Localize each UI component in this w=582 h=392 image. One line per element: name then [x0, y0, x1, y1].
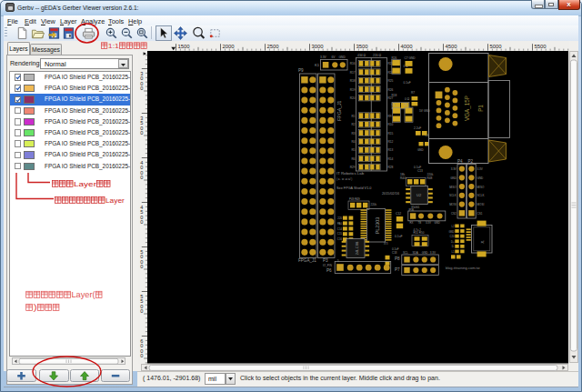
svg-text:R5: R5	[351, 148, 355, 152]
svg-text:C6: C6	[404, 103, 407, 106]
svg-text:3.3V: 3.3V	[477, 167, 483, 171]
svg-text:See FPGA Shield V1.0: See FPGA Shield V1.0	[336, 186, 371, 190]
svg-text:4000: 4000	[401, 44, 414, 49]
svg-text:R12: R12	[388, 140, 394, 144]
svg-text:MOSI: MOSI	[449, 203, 457, 206]
svg-text:R17: R17	[350, 71, 356, 75]
svg-text:0: 0	[140, 175, 143, 180]
svg-text:IT Robotics Lab: IT Robotics Lab	[336, 171, 365, 176]
svg-text:K1: K1	[315, 63, 320, 67]
svg-text:GND: GND	[449, 230, 455, 234]
svg-text:GND: GND	[339, 55, 346, 59]
svg-text:220: 220	[337, 216, 342, 220]
svg-text:FPGA_J1: FPGA_J1	[336, 100, 342, 121]
svg-text:3.3V: 3.3V	[320, 55, 327, 59]
svg-text:2000: 2000	[223, 44, 236, 49]
svg-text:PL2303: PL2303	[375, 217, 380, 235]
svg-text:0 Ω: 0 Ω	[405, 97, 410, 101]
svg-text:R7: R7	[411, 91, 415, 95]
svg-text:5000: 5000	[490, 44, 503, 49]
svg-text:CS1: CS1	[477, 212, 483, 216]
svg-text:C15: C15	[337, 232, 343, 236]
svg-text:R2: R2	[351, 123, 355, 126]
svg-text:R27: R27	[388, 96, 394, 100]
svg-text:C13: C13	[417, 169, 423, 173]
svg-text:P2: P2	[468, 159, 474, 164]
svg-text:24LC08: 24LC08	[355, 241, 359, 255]
svg-text:C14: C14	[337, 227, 343, 231]
svg-text:0.1uF: 0.1uF	[404, 81, 411, 85]
svg-text:R10: R10	[388, 123, 394, 126]
svg-text:PA0: PA0	[337, 222, 343, 226]
svg-text:R18: R18	[392, 94, 397, 97]
svg-text:MISO: MISO	[477, 186, 485, 189]
svg-text:434 Ω: 434 Ω	[357, 54, 366, 57]
svg-text:3000: 3000	[312, 44, 325, 49]
svg-text:L2: L2	[452, 225, 455, 228]
svg-text:R48: R48	[427, 176, 433, 180]
svg-text:0: 0	[140, 130, 143, 136]
svg-text:C5: C5	[392, 103, 396, 106]
svg-text:P9: P9	[298, 68, 304, 73]
svg-text:0: 0	[140, 264, 143, 269]
svg-text:R18: R18	[350, 79, 356, 83]
svg-text:R26: R26	[388, 88, 394, 92]
svg-text:R15: R15	[388, 132, 394, 136]
svg-text:R16: R16	[350, 62, 356, 65]
svg-text:D+: D+	[451, 240, 455, 244]
svg-text:R4: R4	[351, 140, 355, 144]
svg-text:MISO: MISO	[449, 186, 457, 189]
svg-text:R14: R14	[388, 157, 394, 161]
svg-text:GND: GND	[450, 176, 457, 180]
svg-text:P7: P7	[395, 267, 400, 272]
svg-text:SCLK: SCLK	[477, 194, 485, 197]
svg-text:220k: 220k	[371, 203, 377, 206]
svg-text:R51 R50: R51 R50	[414, 231, 425, 235]
svg-text:0: 0	[140, 308, 143, 314]
svg-text:C16: C16	[337, 237, 343, 241]
svg-text:R1: R1	[351, 115, 355, 118]
svg-text:VGA_15P: VGA_15P	[464, 95, 471, 121]
svg-text:( a . w .ai a/ ): ( a . w .ai a/ )	[336, 177, 352, 181]
svg-text:SCLK: SCLK	[449, 194, 457, 197]
svg-text:3.3V: 3.3V	[451, 167, 457, 171]
svg-text:IO_PIN: IO_PIN	[323, 264, 332, 267]
svg-text:R20: R20	[350, 96, 356, 100]
svg-text:R13: R13	[388, 148, 394, 152]
svg-text:2500: 2500	[267, 44, 280, 49]
svg-text:0: 0	[140, 219, 143, 225]
svg-text:C7 GND: C7 GND	[405, 56, 416, 60]
svg-text:R44: R44	[400, 176, 406, 180]
svg-text:R6: R6	[351, 157, 355, 161]
svg-text:GND: GND	[477, 176, 485, 180]
svg-text:4500: 4500	[446, 44, 458, 49]
svg-text:0: 0	[140, 353, 143, 358]
svg-text:2015/02/16: 2015/02/16	[382, 192, 399, 196]
svg-text:P4: P4	[457, 159, 463, 164]
svg-text:FPGA_J1: FPGA_J1	[298, 258, 316, 263]
svg-text:GND: GND	[435, 221, 440, 225]
svg-text:P3: P3	[323, 258, 328, 263]
svg-text:XTI: XTI	[384, 242, 388, 246]
svg-text:L1: L1	[452, 250, 455, 254]
svg-text:GND: GND	[417, 148, 425, 152]
svg-text:R29: R29	[350, 166, 356, 169]
svg-text:RX: RX	[410, 221, 414, 225]
svg-text:3500: 3500	[356, 44, 369, 49]
svg-text:5500: 5500	[535, 44, 547, 49]
svg-text:3.3V: 3.3V	[426, 221, 431, 225]
svg-text:C20: C20	[450, 235, 455, 238]
svg-text:P49 R49: P49 R49	[349, 197, 360, 201]
svg-text:0: 0	[140, 85, 143, 91]
svg-text:P6: P6	[326, 268, 332, 273]
svg-text:CS2: CS2	[451, 212, 457, 216]
svg-text:P1: P1	[477, 105, 484, 112]
svg-text:P8: P8	[395, 256, 400, 261]
svg-text:blog.ittraining.com.tw: blog.ittraining.com.tw	[446, 266, 480, 270]
svg-text:MOSI: MOSI	[477, 203, 485, 206]
svg-text:C18: C18	[392, 251, 397, 255]
svg-text:R9: R9	[388, 115, 392, 118]
svg-text:C12: C12	[396, 212, 401, 216]
svg-text:2.2uF: 2.2uF	[414, 126, 421, 130]
svg-text:0.1uF: 0.1uF	[395, 235, 403, 238]
